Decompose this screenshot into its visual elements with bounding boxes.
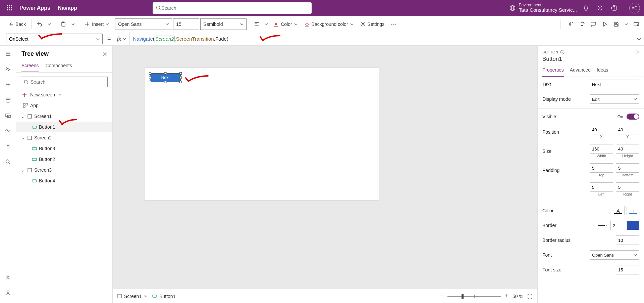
ai-rail-icon[interactable] xyxy=(4,289,12,297)
back-arrow-icon xyxy=(8,21,13,27)
tree-screen[interactable]: ⌄ Screen3 xyxy=(16,165,112,175)
paste-menu[interactable] xyxy=(70,20,76,28)
fx-label[interactable]: fx xyxy=(116,35,127,42)
search-icon xyxy=(156,5,161,11)
settings-button[interactable]: Settings xyxy=(358,19,387,29)
share-button[interactable] xyxy=(568,21,574,27)
prop-text-input[interactable] xyxy=(590,80,639,89)
search-rail-icon[interactable] xyxy=(4,158,12,166)
help-icon[interactable] xyxy=(611,5,617,11)
chevron-down-icon[interactable]: ⌄ xyxy=(21,114,25,119)
tab-components[interactable]: Components xyxy=(45,60,72,72)
tree-button[interactable]: Button3 xyxy=(16,143,112,154)
align-menu[interactable] xyxy=(263,20,269,28)
formula-input[interactable]: Navigate(Screen2,ScreenTransition.Fade) xyxy=(129,32,634,45)
variables-icon[interactable] xyxy=(4,142,12,150)
breadcrumb-control[interactable]: Button1 xyxy=(152,294,175,299)
play-button[interactable] xyxy=(602,21,608,27)
prop-pad-bottom[interactable] xyxy=(616,163,639,173)
chevron-right-icon[interactable] xyxy=(636,50,639,54)
formula-expand[interactable] xyxy=(634,37,644,41)
prop-fontcolor-swatch[interactable]: A xyxy=(612,206,625,215)
prop-displaymode-select[interactable]: Edit xyxy=(590,94,639,104)
gear-icon[interactable] xyxy=(597,5,603,11)
tree-view-icon[interactable] xyxy=(4,65,12,73)
breadcrumb-screen[interactable]: Screen1 xyxy=(117,294,147,299)
canvas-screen[interactable]: Next xyxy=(145,68,379,200)
prop-fontsize-input[interactable] xyxy=(616,265,639,274)
properties-panel: BUTTON ? Button1 Properties Advanced Ide… xyxy=(537,46,644,303)
align-button[interactable] xyxy=(251,19,262,29)
color-button[interactable]: Color xyxy=(271,19,300,29)
insert-button[interactable]: Insert xyxy=(82,19,112,29)
waffle-icon[interactable] xyxy=(4,3,15,13)
canvas-area[interactable]: Next xyxy=(113,46,537,289)
prop-fillcolor-swatch[interactable] xyxy=(627,206,639,215)
undo-button[interactable] xyxy=(34,19,45,29)
prop-border-style[interactable] xyxy=(597,221,609,230)
prop-radius-input[interactable] xyxy=(616,235,639,245)
tree-search-input[interactable] xyxy=(31,79,105,85)
back-button[interactable]: Back xyxy=(5,19,29,29)
more-icon[interactable]: ⋯ xyxy=(105,124,110,130)
bgcolor-button[interactable]: Background color xyxy=(302,19,356,29)
zoom-in[interactable]: + xyxy=(505,293,509,300)
undo-menu[interactable] xyxy=(46,20,52,28)
tree-screen[interactable]: ⌄ Screen1 xyxy=(16,111,112,122)
overflow-button[interactable] xyxy=(388,21,399,27)
tree-button[interactable]: Button2 xyxy=(16,154,112,165)
prop-pos-x[interactable] xyxy=(590,125,613,134)
font-weight-select[interactable]: Semibold xyxy=(200,18,247,30)
chevron-down-icon[interactable]: ⌄ xyxy=(21,167,25,173)
fit-icon[interactable] xyxy=(527,294,533,299)
search-box[interactable] xyxy=(153,2,312,14)
prop-visible-toggle[interactable] xyxy=(627,114,639,120)
hamburger-icon[interactable] xyxy=(4,50,12,58)
tree-button[interactable]: Button4 xyxy=(16,175,112,186)
tab-advanced[interactable]: Advanced xyxy=(570,64,591,77)
prop-border-color[interactable] xyxy=(627,221,639,230)
data-icon[interactable] xyxy=(4,96,12,104)
save-button[interactable] xyxy=(613,21,619,27)
checker-button[interactable] xyxy=(579,21,585,27)
property-select[interactable]: OnSelect xyxy=(6,34,103,44)
chevron-down-icon[interactable]: ⌄ xyxy=(21,135,25,140)
info-icon[interactable]: ? xyxy=(560,50,565,54)
tab-screens[interactable]: Screens xyxy=(21,60,39,72)
canvas-button-next[interactable]: Next xyxy=(150,73,181,82)
prop-pad-left[interactable] xyxy=(590,182,613,192)
prop-font-select[interactable]: Open Sans xyxy=(590,250,639,260)
environment-picker[interactable]: Environment Tata Consultancy Servic... xyxy=(509,3,577,13)
control-name[interactable]: Button1 xyxy=(538,56,644,64)
prop-border-width[interactable] xyxy=(610,221,625,230)
save-menu[interactable] xyxy=(625,23,628,26)
prop-pad-right[interactable] xyxy=(616,182,639,192)
close-icon[interactable] xyxy=(102,52,107,56)
tree-screen[interactable]: ⌄ Screen2 xyxy=(16,132,112,143)
paste-button[interactable] xyxy=(58,19,69,29)
svg-rect-5 xyxy=(11,7,12,8)
prop-pad-top[interactable] xyxy=(590,163,613,173)
font-size-input[interactable] xyxy=(173,18,199,30)
prop-pos-y[interactable] xyxy=(616,125,639,134)
zoom-slider[interactable] xyxy=(447,296,501,297)
publish-button[interactable] xyxy=(633,21,639,27)
bell-icon[interactable] xyxy=(583,5,589,11)
flow-icon[interactable] xyxy=(4,127,12,135)
prop-size-h[interactable] xyxy=(616,144,639,154)
tab-properties[interactable]: Properties xyxy=(542,64,564,77)
comments-button[interactable] xyxy=(590,21,596,27)
zoom-out[interactable]: − xyxy=(440,293,443,300)
search-input[interactable] xyxy=(161,5,308,11)
tree-app[interactable]: App xyxy=(16,100,112,111)
tree-button1[interactable]: Button1 ⋯ xyxy=(16,122,112,132)
media-icon[interactable] xyxy=(4,112,12,120)
new-screen-button[interactable]: New screen xyxy=(16,89,112,100)
tree-search[interactable] xyxy=(21,77,108,87)
settings-rail-icon[interactable] xyxy=(4,273,12,282)
tab-ideas[interactable]: Ideas xyxy=(597,64,608,77)
insert-icon[interactable] xyxy=(4,81,12,89)
avatar[interactable]: AG xyxy=(629,3,640,13)
font-family-select[interactable]: Open Sans xyxy=(115,18,172,30)
prop-size-w[interactable] xyxy=(590,144,613,154)
